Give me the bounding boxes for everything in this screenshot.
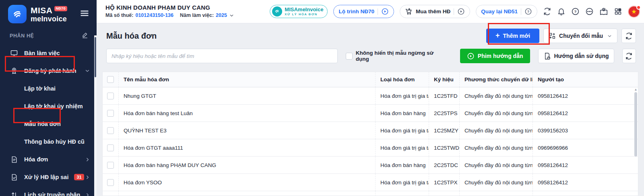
help-circle-icon[interactable]: ? bbox=[524, 8, 532, 15]
sidebar-item-label: Bàn làm việc bbox=[24, 50, 60, 56]
sidebar-item-label: Xử lý HĐ lập sai bbox=[24, 174, 68, 180]
cell-creator: 0399156203 bbox=[533, 122, 638, 139]
apps-grid-icon[interactable] bbox=[614, 7, 622, 16]
edit-pencil-icon[interactable] bbox=[81, 31, 89, 40]
table-row[interactable]: Hóa đơn YSOO Hóa đơn giá trị gia tăng 1C… bbox=[103, 174, 638, 191]
cart-plus-icon bbox=[405, 8, 413, 15]
meinvoice-brand-pill[interactable]: MISAmeInvoice XỬ LÝ HÓA ĐƠN bbox=[270, 5, 328, 18]
cell-transfer-method: Chuyển đầy đủ nội dung từng hóa đơn bbox=[460, 139, 533, 156]
sidebar-item-label: Lịch sử truyền nhận bbox=[24, 192, 80, 196]
content-area: Mẫu hóa đơn + Thêm mới Chuyển đổi mẫu bbox=[97, 23, 644, 196]
play-circle-icon[interactable] bbox=[457, 8, 465, 15]
sidebar-scrollbar-thumb[interactable] bbox=[95, 37, 96, 77]
app-logo-icon[interactable] bbox=[8, 5, 27, 23]
sync-icon[interactable] bbox=[543, 7, 551, 16]
select-all-checkbox[interactable] bbox=[107, 76, 114, 83]
tax-value[interactable]: 0101243150-136 bbox=[135, 12, 173, 19]
row-checkbox[interactable] bbox=[107, 144, 114, 151]
sidebar-item-label: Mẫu hóa đơn bbox=[24, 121, 61, 127]
table-row[interactable]: QUỲNH TEST E3 Hóa đơn giá trị gia tăng k… bbox=[103, 122, 638, 139]
user-guide-button[interactable]: ? Hướng dẫn sử dụng bbox=[538, 49, 614, 63]
nd70-badge: NĐ70 bbox=[54, 6, 67, 11]
cell-symbol: 2C25TVT bbox=[429, 191, 460, 196]
row-checkbox[interactable] bbox=[107, 110, 114, 117]
hide-unused-checkbox[interactable] bbox=[346, 53, 353, 60]
sidebar-item-lap-to-khai[interactable]: Lập tờ khai bbox=[0, 80, 97, 97]
column-header-name[interactable]: Tên mẫu hóa đơn bbox=[119, 72, 376, 87]
company-block: HỘ KINH DOANH PHẠM DUY CANG Mã số thuế: … bbox=[105, 4, 234, 19]
add-new-button[interactable]: + Thêm mới bbox=[486, 29, 539, 43]
pill-divider bbox=[521, 8, 521, 15]
row-checkbox[interactable] bbox=[107, 93, 114, 99]
sidebar-item-hoa-don[interactable]: Hóa đơn bbox=[0, 151, 97, 168]
table-scrollbar-thumb[interactable] bbox=[634, 92, 637, 157]
refresh-button[interactable] bbox=[621, 29, 636, 43]
convert-template-button[interactable]: Chuyển đổi mẫu bbox=[543, 29, 617, 43]
buy-more-invoices-pill[interactable]: Mua thêm HĐ bbox=[400, 5, 470, 18]
roadmap-label: Lộ trình NĐ70 bbox=[339, 8, 374, 14]
row-checkbox[interactable] bbox=[107, 162, 114, 169]
sidebar-item-mau-hoa-don[interactable]: Mẫu hóa đơn bbox=[0, 115, 97, 133]
guide-book-icon[interactable] bbox=[599, 7, 608, 16]
invoice-template-table: Tên mẫu hóa đơn Loại hóa đơn Ký hiệu Phư… bbox=[102, 72, 638, 196]
flag-avatar[interactable]: ★ bbox=[628, 6, 640, 18]
table-row[interactable]: Nhung GTGT Hóa đơn giá trị gia tăng 1C25… bbox=[103, 87, 638, 105]
sidebar-item-lap-to-khai-uy-nhiem[interactable]: Lập tờ khai ủy nhiệm bbox=[0, 97, 97, 115]
table-row[interactable]: Hóa đơn GTGT aaaa111 Hóa đơn giá trị gia… bbox=[103, 139, 638, 157]
sidebar-item-thong-bao-huy-hd-cu[interactable]: Thông báo hủy HĐ cũ bbox=[0, 133, 97, 151]
tutorial-video-button[interactable]: Phim hướng dẫn bbox=[460, 49, 530, 63]
buy-more-label: Mua thêm HĐ bbox=[416, 8, 450, 14]
search-input[interactable] bbox=[106, 49, 338, 63]
row-checkbox[interactable] bbox=[107, 179, 114, 186]
sidebar-item-ban-lam-viec[interactable]: Bàn làm việc bbox=[0, 44, 97, 62]
cell-creator: 0969696966 bbox=[533, 139, 638, 156]
table-row[interactable]: Hóa đơn bán hàng Hóa đơn bán hàng 2C25TV… bbox=[103, 191, 638, 196]
cell-creator: 0958126412 bbox=[533, 174, 638, 191]
year-label: Năm làm việc: bbox=[180, 12, 214, 19]
sidebar-item-xu-ly-hd-lap-sai[interactable]: Xử lý HĐ lập sai 31 bbox=[0, 168, 97, 186]
cell-transfer-method: Chuyển đầy đủ nội dung từng hóa đơn bbox=[460, 191, 533, 196]
column-header-method[interactable]: Phương thức chuyển dữ liệu bbox=[460, 72, 533, 87]
bell-icon[interactable] bbox=[557, 7, 566, 16]
convert-template-label: Chuyển đổi mẫu bbox=[559, 33, 603, 39]
sidebar-item-label: Đăng ký phát hành bbox=[24, 68, 76, 74]
sidebar-item-dang-ky-phat-hanh[interactable]: Đăng ký phát hành bbox=[0, 62, 97, 80]
cell-transfer-method: Chuyển đầy đủ nội dung từng hóa đơn bbox=[460, 105, 533, 122]
sidebar-item-lich-su-truyen-nhan[interactable]: Lịch sử truyền nhận bbox=[0, 186, 97, 196]
help-circle-icon[interactable]: ? bbox=[571, 7, 580, 16]
refresh-list-button[interactable] bbox=[622, 49, 636, 63]
tax-label: Mã số thuế: bbox=[105, 12, 133, 19]
chevron-right-icon bbox=[85, 157, 90, 162]
doc-question-icon: ? bbox=[543, 52, 551, 60]
convert-icon bbox=[549, 32, 556, 39]
back-to-nd51-pill[interactable]: Quay lại NĐ51 ? bbox=[476, 5, 537, 18]
row-checkbox[interactable] bbox=[107, 127, 114, 134]
table-scrollbar[interactable]: ▲ bbox=[634, 88, 638, 195]
scroll-up-arrow-icon[interactable]: ▲ bbox=[634, 88, 638, 91]
roadmap-nd70-pill[interactable]: Lộ trình NĐ70 bbox=[333, 5, 394, 18]
sidebar-item-label: Lập tờ khai ủy nhiệm bbox=[24, 103, 83, 109]
cell-template-name: Hóa đơn YSOO bbox=[119, 174, 376, 191]
year-value[interactable]: 2025 bbox=[216, 12, 227, 19]
sidebar-scrollbar[interactable] bbox=[94, 35, 97, 196]
topbar-right: MISAmeInvoice XỬ LÝ HÓA ĐƠN Lộ trình NĐ7… bbox=[270, 5, 640, 18]
column-header-symbol[interactable]: Ký hiệu bbox=[429, 72, 460, 87]
sync-icon bbox=[625, 32, 633, 40]
topbar: HỘ KINH DOANH PHẠM DUY CANG Mã số thuế: … bbox=[97, 0, 644, 23]
cell-invoice-type: Hóa đơn bán hàng bbox=[376, 191, 429, 196]
cell-symbol: 1C25TWD bbox=[429, 139, 460, 156]
hamburger-menu-icon[interactable] bbox=[80, 8, 91, 20]
year-chevron-down-icon[interactable] bbox=[229, 13, 234, 18]
cell-creator: 0958126412 bbox=[533, 105, 638, 122]
table-row[interactable]: Hóa đơn bán hàng PHẠM DUY CANG Hóa đơn b… bbox=[103, 157, 638, 174]
play-circle-icon[interactable] bbox=[381, 8, 389, 15]
more-circle-icon[interactable] bbox=[585, 7, 594, 16]
cell-creator: 0958126412 bbox=[533, 157, 638, 173]
filterbar: Không hiển thị mẫu ngừng sử dụng Phim hư… bbox=[102, 46, 638, 66]
column-header-type[interactable]: Loại hóa đơn bbox=[376, 72, 429, 87]
hide-unused-checkbox-row[interactable]: Không hiển thị mẫu ngừng sử dụng bbox=[346, 50, 444, 62]
table-row[interactable]: Hóa đơn bán hàng test Luân Hóa đơn bán h… bbox=[103, 105, 638, 122]
chevron-down-icon bbox=[607, 33, 612, 39]
svg-text:?: ? bbox=[527, 10, 529, 14]
column-header-creator[interactable]: Người tạo bbox=[533, 72, 638, 87]
